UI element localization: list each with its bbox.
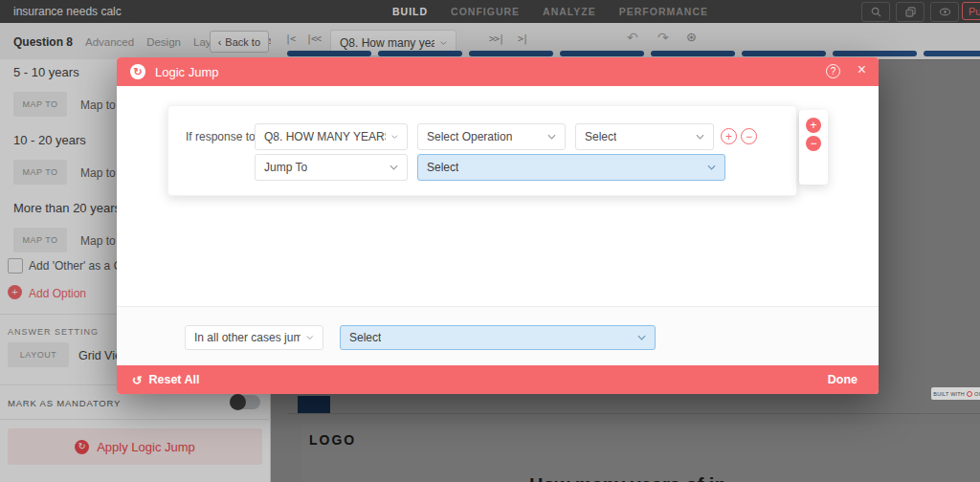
fallback-dropdown-value: In all other cases jump to	[194, 331, 301, 344]
chevron-down-icon	[696, 134, 704, 140]
if-response-label: If response to	[186, 123, 256, 150]
modal-footer: ↺ Reset All Done	[117, 365, 879, 394]
chevron-down-icon	[637, 335, 646, 340]
question-dropdown-value: Q8. HOW MANY YEARS OF IN	[264, 130, 386, 143]
modal-header: ↻ Logic Jump	[117, 57, 879, 86]
jump-target-dropdown[interactable]: Select	[417, 154, 725, 181]
condition-card: If response to Q8. HOW MANY YEARS OF IN …	[167, 105, 797, 196]
help-icon[interactable]: ?	[826, 64, 840, 78]
built-with-brand: OU	[974, 391, 980, 397]
modal-title: Logic Jump	[155, 65, 218, 79]
chevron-down-icon	[390, 164, 398, 170]
value-dropdown[interactable]: Select	[575, 123, 714, 150]
operation-dropdown-value: Select Operation	[427, 130, 512, 143]
fallback-target-value: Select	[349, 331, 381, 344]
reset-all-button[interactable]: ↺ Reset All	[132, 373, 200, 387]
built-with-badge[interactable]: BUILT WITH OU	[931, 387, 980, 400]
operation-dropdown[interactable]: Select Operation	[417, 123, 566, 150]
reset-icon: ↺	[132, 373, 142, 387]
remove-condition-icon[interactable]: −	[741, 128, 757, 144]
chevron-down-icon	[306, 335, 314, 340]
done-button[interactable]: Done	[822, 372, 863, 387]
modal-body: If response to Q8. HOW MANY YEARS OF IN …	[117, 86, 879, 306]
built-with-label: BUILT WITH	[933, 391, 965, 397]
add-condition-icon[interactable]: +	[721, 128, 737, 144]
fallback-section: In all other cases jump to Select	[117, 306, 879, 365]
add-condition-set-icon[interactable]: +	[806, 118, 821, 133]
value-dropdown-value: Select	[585, 130, 616, 143]
logic-jump-icon: ↻	[130, 64, 145, 79]
chevron-down-icon	[707, 164, 716, 170]
chevron-down-icon	[391, 134, 398, 140]
jump-target-dropdown-value: Select	[427, 161, 458, 174]
fallback-dropdown[interactable]: In all other cases jump to	[185, 325, 323, 350]
brand-logo-icon	[967, 391, 972, 397]
condition-set-controls: + −	[799, 110, 828, 185]
question-dropdown[interactable]: Q8. HOW MANY YEARS OF IN	[255, 123, 408, 150]
close-icon[interactable]: ×	[858, 61, 866, 78]
chevron-down-icon	[547, 134, 556, 140]
jump-to-dropdown-value: Jump To	[264, 161, 307, 174]
reset-all-label: Reset All	[148, 373, 199, 386]
remove-condition-set-icon[interactable]: −	[806, 136, 821, 151]
jump-to-dropdown[interactable]: Jump To	[255, 154, 408, 181]
fallback-target-dropdown[interactable]: Select	[340, 325, 656, 350]
logic-jump-modal: ↻ Logic Jump ? × If response to Q8. HOW …	[117, 57, 879, 394]
